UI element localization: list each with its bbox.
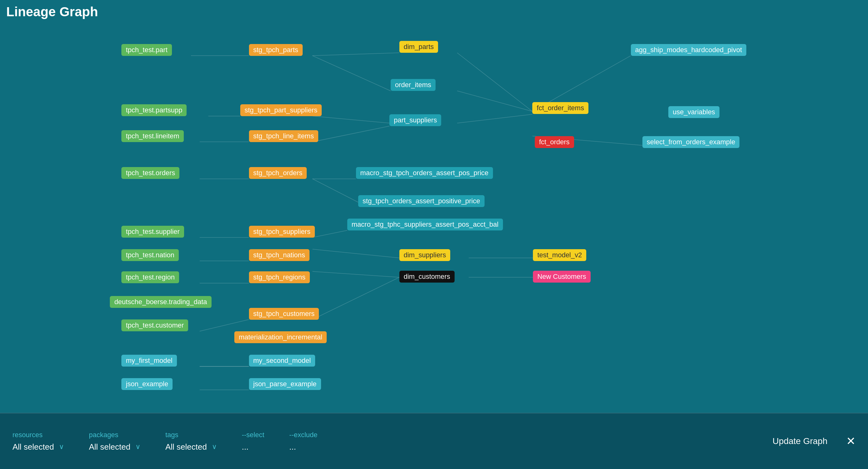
svg-line-11 [313,56,391,91]
node-use_variables[interactable]: use_variables [668,106,719,118]
node-stg_tpch_nations[interactable]: stg_tpch_nations [249,249,310,261]
svg-line-18 [313,271,399,277]
node-materialization_incremental[interactable]: materialization_incremental [234,331,327,343]
node-order_items[interactable]: order_items [391,79,436,91]
exclude-filter: --exclude ... [289,431,317,452]
node-stg_tpch_suppliers[interactable]: stg_tpch_suppliers [249,226,315,238]
node-part_suppliers[interactable]: part_suppliers [390,114,441,126]
tags-filter: tags All selected ∨ [165,431,217,452]
node-tpch_test_region[interactable]: tpch_test.region [121,271,179,283]
svg-line-21 [457,91,532,112]
svg-line-17 [313,249,399,258]
resources-filter: resources All selected ∨ [12,431,64,452]
node-dim_customers[interactable]: dim_customers [399,271,455,283]
node-my_second_model[interactable]: my_second_model [249,355,315,367]
svg-line-19 [313,277,399,319]
select-label: --select [242,431,264,439]
packages-chevron-icon: ∨ [135,443,141,451]
node-stg_tpch_customers[interactable]: stg_tpch_customers [249,308,319,320]
page-title: Lineage Graph [6,4,98,19]
node-json_example[interactable]: json_example [121,378,173,390]
svg-line-12 [313,116,390,123]
exclude-input[interactable]: ... [289,442,317,452]
tags-chevron-icon: ∨ [212,443,217,451]
node-stg_tpch_part_suppliers[interactable]: stg_tpch_part_suppliers [240,104,322,116]
node-my_first_model[interactable]: my_first_model [121,355,177,367]
node-macro_stg_tpch_orders[interactable]: macro_stg_tpch_orders_assert_pos_price [356,167,493,179]
packages-label: packages [89,431,141,439]
packages-select[interactable]: All selected ∨ [89,442,141,452]
exclude-label: --exclude [289,431,317,439]
node-stg_tpch_line_items[interactable]: stg_tpch_line_items [249,130,318,142]
tags-label: tags [165,431,217,439]
node-select_from_orders_example[interactable]: select_from_orders_example [643,136,740,148]
update-graph-button[interactable]: Update Graph [773,436,828,446]
svg-line-7 [200,319,249,331]
resources-label: resources [12,431,64,439]
node-dim_suppliers[interactable]: dim_suppliers [399,249,451,261]
tags-select[interactable]: All selected ∨ [165,442,217,452]
svg-line-10 [313,53,399,56]
node-test_model_v2[interactable]: test_model_v2 [533,249,586,261]
select-input[interactable]: ... [242,442,264,452]
node-tpch_test_supplier[interactable]: tpch_test.supplier [121,226,184,238]
node-tpch_test_lineitem[interactable]: tpch_test.lineitem [121,130,183,142]
svg-line-15 [313,179,359,202]
select-filter: --select ... [242,431,264,452]
node-macro_stg_tphc_suppliers[interactable]: macro_stg_tphc_suppliers_assert_pos_acct… [347,218,503,230]
node-tpch_test_orders[interactable]: tpch_test.orders [121,167,179,179]
node-stg_tpch_parts[interactable]: stg_tpch_parts [249,44,303,56]
packages-filter: packages All selected ∨ [89,431,141,452]
node-tpch_test_part[interactable]: tpch_test.part [121,44,172,56]
svg-line-20 [457,53,532,112]
node-new_customers[interactable]: New Customers [533,271,590,283]
node-tpch_test_customer[interactable]: tpch_test.customer [121,319,188,331]
bottom-bar: resources All selected ∨ packages All se… [0,413,868,469]
node-deutsche_boerse[interactable]: deutsche_boerse.trading_data [110,296,211,308]
resources-select[interactable]: All selected ∨ [12,442,64,452]
close-button[interactable]: ✕ [846,435,856,448]
node-tpch_test_partsupp[interactable]: tpch_test.partsupp [121,104,187,116]
node-dim_parts[interactable]: dim_parts [399,41,438,53]
node-stg_tpch_orders[interactable]: stg_tpch_orders [249,167,307,179]
svg-line-13 [313,126,390,142]
node-json_parse_example[interactable]: json_parse_example [249,378,321,390]
svg-line-16 [313,230,347,238]
svg-line-22 [457,114,532,123]
node-agg_ship_modes[interactable]: agg_ship_modes_hardcoded_pivot [631,44,746,56]
node-tpch_test_nation[interactable]: tpch_test.nation [121,249,179,261]
node-stg_tpch_regions[interactable]: stg_tpch_regions [249,271,310,283]
node-fct_order_items[interactable]: fct_order_items [532,102,588,114]
node-fct_orders[interactable]: fct_orders [535,136,574,148]
resources-chevron-icon: ∨ [59,443,64,451]
node-stg_tpch_orders_assert[interactable]: stg_tpch_orders_assert_positive_price [358,195,485,207]
